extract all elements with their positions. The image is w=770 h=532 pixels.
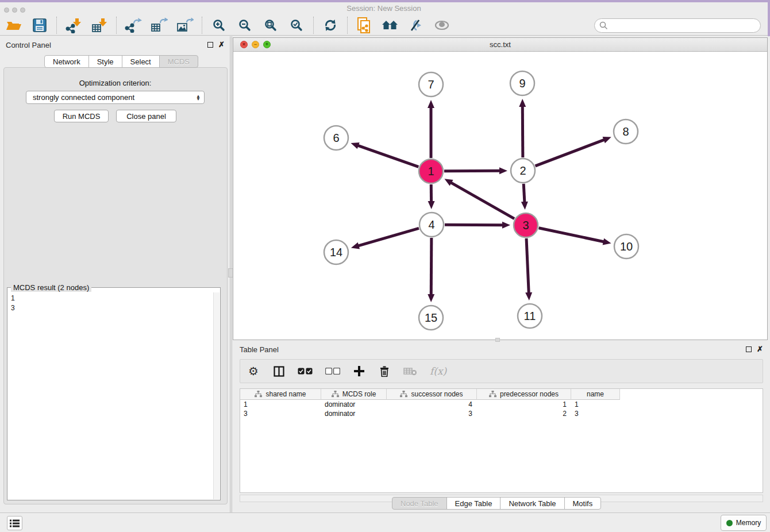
save-icon[interactable] (30, 17, 49, 34)
network-canvas[interactable]: 7968124314101511 (233, 52, 767, 340)
run-mcds-button[interactable]: Run MCDS (54, 110, 109, 122)
refresh-layout-icon[interactable] (321, 17, 340, 34)
cell-mcds_role: dominator (321, 400, 387, 409)
select-all-icon[interactable] (298, 364, 313, 378)
criterion-dropdown[interactable]: strongly connected component ▲▼ (26, 91, 205, 104)
svg-text:2: 2 (519, 164, 526, 177)
graph-edge-4-15[interactable] (428, 238, 434, 302)
column-header-MCDS-role[interactable]: MCDS role (321, 389, 387, 400)
column-header-shared-name[interactable]: shared name (240, 389, 321, 400)
toolbar-separator (202, 17, 202, 34)
memory-label: Memory (736, 519, 761, 527)
export-network-icon[interactable] (124, 17, 143, 34)
delete-table-icon[interactable] (403, 364, 417, 378)
tab-motifs[interactable]: Motifs (564, 497, 602, 510)
search-input[interactable] (608, 20, 760, 31)
cell-shared_name: 3 (240, 409, 321, 418)
add-row-icon[interactable] (353, 364, 365, 378)
graph-edge-1-2[interactable] (444, 167, 507, 174)
zoom-selected-icon[interactable] (287, 17, 306, 34)
tree-icon (489, 391, 496, 398)
graph-edge-3-11[interactable] (525, 238, 532, 300)
graph-node-11[interactable]: 11 (518, 304, 542, 328)
graph-edge-1-7[interactable] (428, 100, 434, 158)
table-panel-float-icon[interactable] (746, 346, 752, 352)
zoom-out-icon[interactable] (236, 17, 254, 34)
list-icon (10, 519, 20, 527)
svg-text:4: 4 (428, 218, 434, 231)
graph-edge-2-9[interactable] (519, 99, 526, 157)
graph-node-4[interactable]: 4 (419, 213, 444, 237)
column-header-predecessor-nodes[interactable]: predecessor nodes (477, 389, 571, 400)
eye-icon[interactable] (433, 17, 451, 34)
control-panel-float-icon[interactable] (207, 42, 213, 48)
tab-select[interactable]: Select (122, 55, 160, 68)
graph-node-14[interactable]: 14 (324, 240, 348, 264)
table-tabs: Node TableEdge TableNetwork TableMotifs (392, 497, 601, 510)
home-icon[interactable] (381, 17, 399, 34)
function-builder-icon[interactable]: f(x) (430, 364, 446, 378)
export-image-icon[interactable] (176, 17, 194, 34)
graph-edge-4-3[interactable] (445, 222, 510, 229)
table-row[interactable]: 1dominator411 (240, 400, 763, 409)
graph-edge-1-4[interactable] (428, 184, 435, 209)
result-scrollbar[interactable] (213, 292, 220, 499)
panel-splitter[interactable] (230, 36, 232, 512)
import-network-icon[interactable] (64, 17, 83, 34)
mcds-result-text[interactable]: 1 3 (8, 292, 213, 499)
tab-mcds[interactable]: MCDS (159, 55, 198, 68)
graph-node-8[interactable]: 8 (614, 119, 638, 144)
network-window-titlebar[interactable]: × – + scc.txt (233, 38, 767, 52)
search-field[interactable] (594, 18, 761, 33)
graph-node-10[interactable]: 10 (614, 234, 638, 259)
cell-successor_nodes: 3 (387, 409, 477, 418)
tab-node-table[interactable]: Node Table (392, 497, 447, 510)
tab-style[interactable]: Style (88, 55, 122, 68)
cell-name: 1 (571, 400, 620, 409)
control-panel-close-icon[interactable]: ✗ (218, 42, 225, 48)
graph-node-6[interactable]: 6 (324, 126, 348, 150)
column-header-successor-nodes[interactable]: successor nodes (387, 389, 477, 400)
import-table-icon[interactable] (90, 17, 109, 34)
memory-button[interactable]: Memory (721, 515, 767, 531)
zoom-in-icon[interactable] (210, 17, 228, 34)
graphics-details-icon[interactable] (407, 17, 425, 34)
duplicate-network-icon[interactable] (355, 17, 374, 34)
zoom-fit-icon[interactable] (261, 17, 280, 34)
task-history-button[interactable] (7, 516, 22, 530)
graph-edge-4-14[interactable] (351, 228, 419, 249)
network-graph[interactable]: 7968124314101511 (233, 52, 767, 340)
horizontal-splitter-grip[interactable] (495, 338, 500, 342)
open-folder-icon[interactable] (5, 17, 23, 34)
column-header-filler (620, 389, 763, 400)
graph-node-3[interactable]: 3 (514, 213, 538, 237)
clear-selection-icon[interactable] (325, 364, 340, 378)
table-row[interactable]: 3dominator323 (240, 409, 763, 418)
graph-node-1[interactable]: 1 (419, 159, 443, 183)
table-panel-close-icon[interactable]: ✗ (757, 346, 763, 352)
close-panel-button[interactable]: Close panel (116, 110, 176, 122)
export-table-icon[interactable] (150, 17, 168, 34)
graph-edge-2-3[interactable] (521, 184, 528, 210)
svg-text:6: 6 (333, 132, 339, 144)
column-header-name[interactable]: name (571, 389, 620, 400)
optimization-criterion-label: Optimization criterion: (0, 79, 230, 87)
tree-icon (400, 391, 407, 398)
node-table[interactable]: shared nameMCDS rolesuccessor nodesprede… (240, 388, 763, 493)
graph-node-7[interactable]: 7 (419, 72, 443, 97)
graph-edge-1-6[interactable] (351, 142, 418, 167)
graph-edge-3-1[interactable] (444, 179, 514, 218)
graph-node-9[interactable]: 9 (510, 71, 534, 95)
gear-icon[interactable]: ⚙ (247, 364, 260, 378)
columns-icon[interactable] (272, 364, 285, 378)
graph-node-15[interactable]: 15 (419, 306, 443, 330)
window-titlebar: Session: New Session (0, 2, 768, 16)
graph-edge-3-10[interactable] (539, 228, 611, 245)
tab-edge-table[interactable]: Edge Table (446, 497, 501, 510)
tab-network[interactable]: Network (44, 55, 89, 68)
network-window-title: scc.txt (233, 40, 767, 49)
tab-network-table[interactable]: Network Table (500, 497, 564, 510)
graph-node-2[interactable]: 2 (511, 159, 535, 183)
delete-row-icon[interactable] (378, 364, 391, 378)
graph-edge-2-8[interactable] (536, 137, 611, 166)
